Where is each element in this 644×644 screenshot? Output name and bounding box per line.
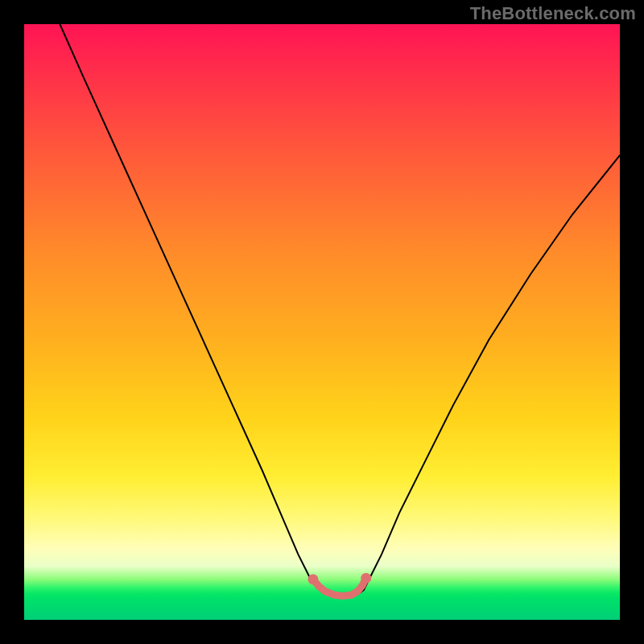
plot-area — [24, 24, 620, 620]
curve-svg — [24, 24, 620, 620]
watermark-text: TheBottleneck.com — [470, 3, 636, 24]
sweet-zone-dot-right — [361, 573, 371, 584]
sweet-zone-dot-left — [308, 574, 318, 584]
sweet-zone-marker — [313, 578, 366, 596]
chart-frame: TheBottleneck.com — [0, 0, 644, 644]
bottleneck-curve — [60, 24, 620, 596]
